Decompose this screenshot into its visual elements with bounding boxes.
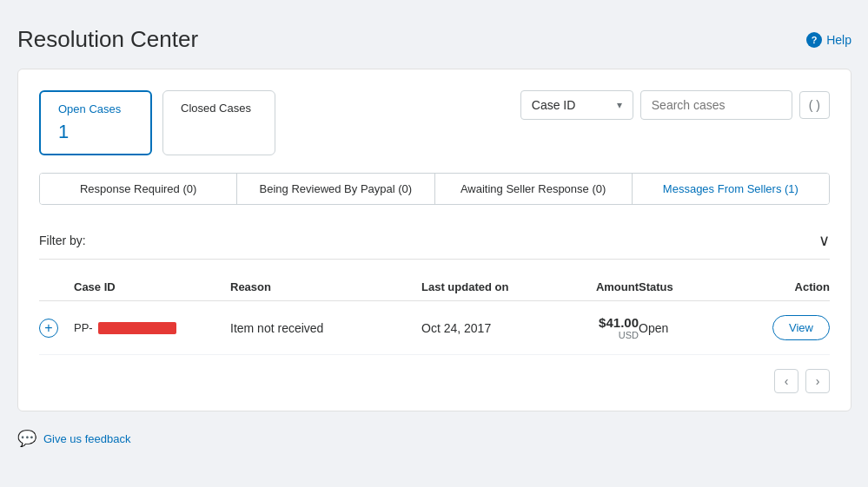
next-page-button[interactable]: › — [805, 369, 830, 393]
search-input[interactable] — [640, 90, 792, 120]
feedback-icon: 💬 — [17, 429, 36, 448]
response-required-count: (0) — [182, 182, 196, 195]
case-tabs: Open Cases 1 Closed Cases — [39, 90, 275, 155]
open-cases-label: Open Cases — [58, 102, 133, 115]
filter-chevron-icon[interactable]: ∨ — [818, 231, 830, 250]
prev-page-button[interactable]: ‹ — [774, 369, 798, 393]
view-button[interactable]: View — [772, 315, 830, 340]
messages-sellers-label: Messages From Sellers — [663, 182, 782, 195]
tab-open-cases[interactable]: Open Cases 1 — [39, 90, 152, 155]
top-section: Open Cases 1 Closed Cases Case ID ▾ ( ) — [39, 90, 830, 155]
search-button[interactable]: ( ) — [799, 91, 830, 119]
help-link[interactable]: ? Help — [806, 32, 851, 48]
filter-tab-being-reviewed[interactable]: Being Reviewed By Paypal (0) — [237, 174, 434, 204]
reason-cell: Item not received — [230, 321, 421, 335]
col-header-reason: Reason — [230, 280, 421, 293]
table-row: + PP- Item not received Oct 24, 2017 $41… — [39, 301, 830, 355]
amount-cell: $41.00 USD — [552, 315, 639, 340]
col-header-last-updated: Last updated on — [421, 280, 552, 293]
col-header-expand — [39, 280, 74, 293]
row-expand[interactable]: + — [39, 319, 74, 338]
dropdown-arrow-icon: ▾ — [617, 99, 622, 111]
filter-by-label: Filter by: — [39, 234, 86, 247]
page-container: Resolution Center ? Help Open Cases 1 Cl… — [17, 26, 851, 487]
expand-icon[interactable]: + — [39, 319, 58, 338]
open-cases-count: 1 — [58, 121, 133, 143]
case-id-cell: PP- — [74, 321, 230, 334]
being-reviewed-label: Being Reviewed By Paypal — [260, 182, 395, 195]
amount-value: $41.00 — [552, 315, 639, 330]
table-header: Case ID Reason Last updated on Amount St… — [39, 273, 830, 301]
filter-tab-messages-sellers[interactable]: Messages From Sellers (1) — [633, 174, 829, 204]
filter-tabs: Response Required (0) Being Reviewed By … — [39, 173, 830, 205]
feedback-link[interactable]: Give us feedback — [43, 432, 130, 445]
pagination-row: ‹ › — [39, 369, 830, 393]
tab-closed-cases[interactable]: Closed Cases — [162, 90, 275, 155]
amount-currency: USD — [552, 330, 639, 340]
help-label: Help — [826, 33, 851, 47]
search-section: Case ID ▾ ( ) — [520, 90, 830, 120]
search-button-label: ( ) — [809, 98, 820, 112]
main-card: Open Cases 1 Closed Cases Case ID ▾ ( ) — [17, 69, 851, 411]
col-header-action: Action — [726, 280, 830, 293]
filter-tab-response-required[interactable]: Response Required (0) — [40, 174, 237, 204]
search-dropdown-label: Case ID — [532, 98, 576, 112]
awaiting-seller-label: Awaiting Seller Response — [461, 182, 589, 195]
case-id-redacted-bar — [98, 322, 176, 334]
status-cell: Open — [639, 321, 726, 335]
response-required-label: Response Required — [80, 182, 180, 195]
cases-table: Case ID Reason Last updated on Amount St… — [39, 273, 830, 355]
help-icon: ? — [806, 32, 822, 48]
col-header-case-id: Case ID — [74, 280, 230, 293]
action-cell: View — [726, 315, 830, 340]
being-reviewed-count: (0) — [398, 182, 412, 195]
next-arrow-icon: › — [816, 374, 820, 388]
footer-feedback: 💬 Give us feedback — [17, 429, 851, 448]
closed-cases-label: Closed Cases — [181, 102, 257, 115]
case-id-prefix: PP- — [74, 321, 93, 334]
filter-tab-awaiting-seller[interactable]: Awaiting Seller Response (0) — [435, 174, 633, 204]
messages-sellers-count: (1) — [785, 182, 798, 195]
page-title: Resolution Center — [17, 26, 198, 53]
filter-bar: Filter by: ∨ — [39, 222, 830, 260]
search-dropdown[interactable]: Case ID ▾ — [520, 90, 633, 120]
prev-arrow-icon: ‹ — [785, 374, 789, 388]
last-updated-cell: Oct 24, 2017 — [421, 321, 552, 335]
header-row: Resolution Center ? Help — [17, 26, 851, 53]
awaiting-seller-count: (0) — [592, 182, 606, 195]
col-header-amount: Amount — [552, 280, 639, 293]
col-header-status: Status — [639, 280, 726, 293]
